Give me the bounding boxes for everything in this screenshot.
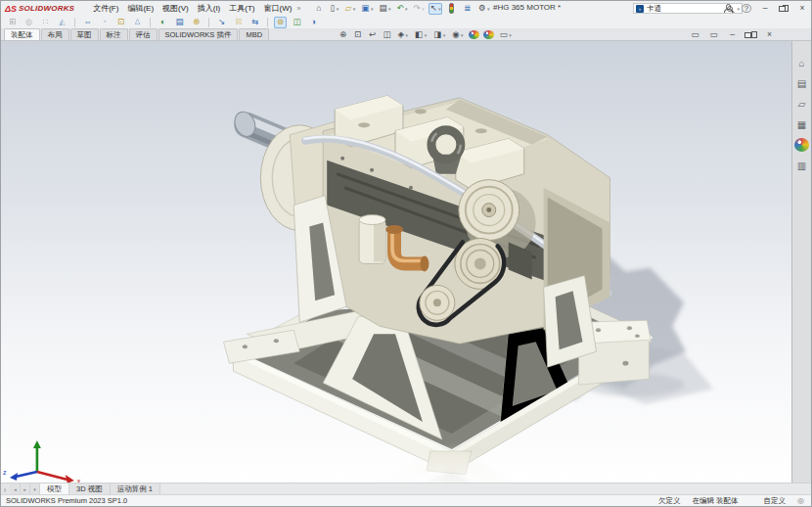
options-gear-icon[interactable]: ⚙ [476,3,491,15]
resources-home-icon[interactable]: ⌂ [794,56,809,69]
performance-evaluation-icon[interactable]: ◑ [307,17,320,28]
doc-minimize-icon[interactable]: – [726,29,739,41]
close-window-icon[interactable]: × [797,3,807,15]
separator[interactable] [74,18,75,27]
icon-glyph: ◔ [102,18,107,26]
tab-splitter-icon[interactable]: ▮ [1,484,11,494]
doc-tab-3d-views[interactable]: 3D 视图 [69,484,111,494]
restore-window-icon[interactable] [779,5,789,12]
open-icon[interactable]: ▱ [343,3,357,15]
explode-line-sketch-icon[interactable]: ↘ [215,17,228,28]
show-hidden-components-icon[interactable]: ◔ [98,17,111,28]
tab-evaluate[interactable]: 评估 [129,28,158,40]
tab-list-icon[interactable]: ▾ [30,484,40,494]
icon-glyph: ▮ [4,486,7,492]
doc-tab-model[interactable]: 模型 [40,484,69,494]
icon-glyph: ◑ [311,18,316,26]
icon-glyph: ⊞ [9,18,16,26]
search-input[interactable]: 卡通 [647,4,724,14]
move-component-icon[interactable]: ⇔ [81,17,94,28]
print-icon[interactable]: ▤ [378,3,392,15]
menu-window[interactable]: 窗口(W) [263,3,293,14]
appearances-scenes-icon[interactable] [794,138,809,152]
separator[interactable] [208,18,209,27]
view-palette-icon[interactable]: ▦ [794,117,809,131]
hide-show-items-icon[interactable]: ◉ [451,29,465,41]
icon-glyph: ∆ [135,18,140,26]
doc-cascade-icon[interactable]: ▭ [707,29,720,41]
reference-geometry-icon[interactable]: ∆ [131,17,144,28]
menu-insert[interactable]: 插入(I) [197,3,222,14]
smart-fasteners-icon[interactable]: ◭ [56,17,68,28]
separator[interactable] [267,18,268,27]
menu-view[interactable]: 视图(V) [161,3,190,14]
exploded-view-icon[interactable]: ⊛ [190,17,203,28]
assembly-visualization-icon[interactable]: ◫ [291,17,303,28]
edit-appearance-icon[interactable] [469,30,479,39]
file-properties-icon[interactable]: ≣ [461,3,474,15]
menu-file[interactable]: 文件(F) [92,3,119,14]
scroll-tabs-left-icon[interactable]: ◂ [11,484,21,494]
dynamic-annotation-icon[interactable]: ◈ [396,29,410,41]
rebuild-traffic-light-icon[interactable] [445,3,458,15]
select-icon[interactable]: ↖ [429,3,442,15]
tab-annotate[interactable]: 标注 [100,28,128,40]
linear-component-pattern-icon[interactable]: ∷ [39,17,52,28]
undo-icon[interactable]: ↶ [395,3,409,15]
icon-glyph: – [763,4,768,13]
icon-glyph: ▦ [797,119,806,130]
pin-menu-icon[interactable]: » [296,5,300,12]
bill-of-materials-icon[interactable]: ▤ [173,17,186,28]
status-bar: SOLIDWORKS Premium 2023 SP1.0 欠定义 在编辑 装配… [1,494,811,506]
design-library-icon[interactable]: ▤ [794,76,809,90]
section-view-icon[interactable]: ◫ [382,29,392,41]
previous-view-icon[interactable]: ↩ [367,29,378,41]
icon-glyph: × [767,30,772,39]
solidworks-logo-icon: ΔS [5,4,17,14]
hole-alignment-icon[interactable]: ⊚ [274,17,287,28]
icon-glyph: ▤ [797,78,806,89]
icon-glyph: ◐ [160,18,165,26]
icon-glyph: ↶ [396,4,403,13]
doc-restore-icon[interactable] [744,31,757,38]
interference-detection-icon[interactable]: ⊠ [232,17,245,28]
tab-mbd[interactable]: MBD [239,28,269,40]
mate-icon[interactable]: ◎ [23,17,35,28]
tab-layout[interactable]: 布局 [41,28,69,40]
graphics-viewport[interactable]: x z ⌂▤▱▦▥ [1,41,811,483]
separator[interactable] [150,18,151,27]
view-settings-icon[interactable]: ▭ [498,29,513,41]
doc-new-window-icon[interactable]: ▭ [689,29,701,41]
status-tag-icon[interactable]: ◎ [797,496,804,505]
menu-edit[interactable]: 编辑(E) [126,3,155,14]
new-motion-study-icon[interactable]: ◐ [157,17,169,28]
custom-properties-icon[interactable]: ▥ [794,159,809,172]
icon-glyph: ◫ [293,18,300,26]
icon-glyph: ⊚ [277,18,284,26]
doc-tab-motion-study[interactable]: 运动算例 1 [111,484,160,494]
home-icon[interactable]: ⌂ [312,3,325,15]
customize-button[interactable]: 自定义 [764,496,787,506]
help-icon[interactable]: ? [742,4,751,13]
scroll-tabs-right-icon[interactable]: ▸ [21,484,30,494]
apply-scene-icon[interactable] [483,30,494,39]
tab-sketch[interactable]: 草图 [70,28,99,40]
login-icon[interactable] [723,4,733,13]
redo-icon[interactable]: ↷ [412,3,426,15]
assembly-features-icon[interactable]: ⊡ [114,17,127,28]
new-document-icon[interactable]: ▯ [328,3,340,15]
zoom-area-icon[interactable]: ⊡ [352,29,363,41]
menu-tools[interactable]: 工具(T) [228,3,255,14]
icon-glyph: ▯ [330,4,335,13]
file-explorer-icon[interactable]: ▱ [794,97,809,111]
insert-components-icon[interactable]: ⊞ [6,17,19,28]
save-icon[interactable]: ▣ [360,3,375,15]
view-orientation-icon[interactable]: ◧ [414,29,429,41]
doc-close-icon[interactable]: × [763,29,776,41]
tab-assembly[interactable]: 装配体 [4,28,40,40]
zoom-fit-icon[interactable]: ⊕ [338,29,348,41]
tab-solidworks-addins[interactable]: SOLIDWORKS 插件 [158,28,239,40]
minimize-window-icon[interactable]: – [760,3,770,15]
display-style-icon[interactable]: ◨ [432,29,447,41]
clearance-verification-icon[interactable]: ⇆ [248,17,261,28]
